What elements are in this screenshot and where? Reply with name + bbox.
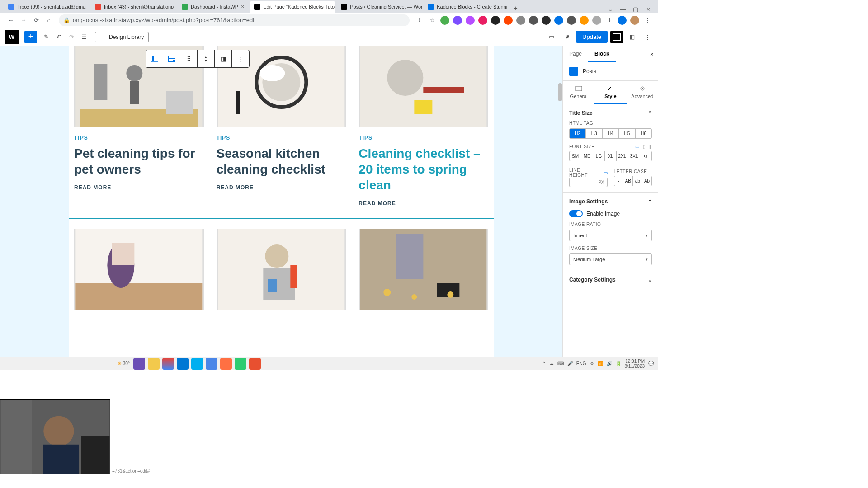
parent-block-icon[interactable]: [146, 50, 163, 67]
extension-icon[interactable]: [542, 16, 551, 25]
app-icon[interactable]: [235, 358, 246, 370]
star-icon[interactable]: ☆: [428, 16, 437, 25]
clock[interactable]: 12:01 PM 8/11/2023: [625, 359, 645, 369]
close-sidebar-icon[interactable]: ×: [646, 46, 658, 62]
kebab-icon[interactable]: ⋮: [643, 16, 652, 25]
subtab-advanced[interactable]: Advanced: [627, 81, 658, 104]
post-card[interactable]: [74, 229, 204, 310]
extension-icon[interactable]: [491, 16, 500, 25]
tray-icon[interactable]: 🎤: [567, 361, 573, 366]
html-tag-option[interactable]: H2: [570, 129, 586, 138]
maximize-icon[interactable]: ▢: [629, 6, 642, 13]
preview-icon[interactable]: ⬈: [561, 31, 573, 43]
image-ratio-select[interactable]: Inherit▾: [569, 230, 652, 241]
browser-tab[interactable]: Kadence Blocks - Create Stunni×: [423, 1, 509, 13]
update-button[interactable]: Update: [576, 31, 608, 43]
image-size-select[interactable]: Medium Large▾: [569, 253, 652, 265]
app-icon[interactable]: [249, 358, 261, 370]
redo-icon[interactable]: ↷: [65, 31, 78, 43]
battery-icon[interactable]: 🔋: [616, 361, 621, 366]
move-handle-icon[interactable]: ⠿: [180, 50, 198, 67]
undo-icon[interactable]: ↶: [52, 31, 65, 43]
close-window-icon[interactable]: ×: [642, 6, 655, 13]
enable-image-toggle[interactable]: [569, 210, 583, 217]
url-field[interactable]: 🔒 ong-locust-xixa.instawp.xyz/wp-admin/p…: [59, 14, 410, 26]
app-icon[interactable]: [191, 358, 203, 370]
post-card[interactable]: TIPS Pet cleaning tips for pet owners RE…: [74, 46, 204, 206]
app-icon[interactable]: [206, 358, 217, 370]
desktop-icon[interactable]: ▭: [604, 170, 608, 175]
kadence-icon[interactable]: ◧: [626, 31, 638, 43]
post-card[interactable]: TIPS Seasonal kitchen cleaning checklist…: [217, 46, 346, 206]
volume-icon[interactable]: 🔊: [607, 361, 612, 366]
font-size-option[interactable]: 3XL: [628, 151, 640, 161]
app-icon[interactable]: [133, 358, 145, 370]
view-icon[interactable]: ▭: [545, 31, 558, 43]
app-icon[interactable]: [148, 358, 160, 370]
wordpress-logo[interactable]: W: [5, 30, 19, 44]
html-tag-option[interactable]: H5: [619, 129, 635, 138]
font-size-option[interactable]: LG: [593, 151, 605, 161]
font-size-option[interactable]: XL: [605, 151, 617, 161]
post-card[interactable]: TIPS Cleaning checklist – 20 items to sp…: [359, 46, 488, 206]
letter-case-option[interactable]: AB: [623, 176, 633, 186]
browser-tab[interactable]: Edit Page "Kadence Blocks Tuto×: [250, 1, 335, 13]
app-icon[interactable]: [220, 358, 232, 370]
extension-icon[interactable]: [529, 16, 538, 25]
close-icon[interactable]: ×: [241, 4, 244, 10]
font-size-option[interactable]: 2XL: [617, 151, 628, 161]
extension-icon[interactable]: [453, 16, 462, 25]
tablet-icon[interactable]: ▯: [643, 144, 646, 149]
tab-block[interactable]: Block: [588, 46, 616, 62]
letter-case-option[interactable]: -: [614, 176, 624, 186]
extension-icon[interactable]: [516, 16, 525, 25]
scrollbar-thumb[interactable]: [558, 83, 562, 101]
move-up-down-icon[interactable]: ▴▾: [198, 50, 215, 67]
line-height-input[interactable]: PX: [569, 178, 608, 187]
extension-icon[interactable]: [478, 16, 487, 25]
read-more-link[interactable]: READ MORE: [359, 200, 488, 206]
share-icon[interactable]: ⇪: [415, 16, 424, 25]
subtab-general[interactable]: General: [563, 81, 594, 104]
extension-icon[interactable]: [504, 16, 513, 25]
post-card[interactable]: [217, 229, 346, 310]
post-category[interactable]: TIPS: [217, 135, 346, 141]
extension-icon[interactable]: [440, 16, 449, 25]
tools-icon[interactable]: ✎: [40, 31, 52, 43]
browser-tab[interactable]: Posts ‹ Cleaning Service. — Wor×: [336, 1, 422, 13]
reload-icon[interactable]: ⟳: [32, 16, 41, 25]
block-type-icon[interactable]: [163, 50, 180, 67]
panel-header[interactable]: Category Settings⌄: [569, 277, 652, 283]
extension-icon[interactable]: [466, 16, 475, 25]
extension-icon[interactable]: [618, 16, 627, 25]
wifi-icon[interactable]: 📶: [598, 361, 603, 366]
avatar[interactable]: [630, 16, 639, 25]
extension-icon[interactable]: [580, 16, 589, 25]
post-title[interactable]: Pet cleaning tips for pet owners: [74, 145, 204, 177]
tray-icon[interactable]: ⌨: [557, 361, 564, 366]
app-icon[interactable]: [177, 358, 189, 370]
post-category[interactable]: TIPS: [74, 135, 204, 141]
language-indicator[interactable]: ENG: [576, 361, 586, 366]
letter-case-option[interactable]: Ab: [642, 176, 651, 186]
weather-widget[interactable]: ☀ 30°: [118, 361, 130, 366]
options-icon[interactable]: ⋮: [641, 31, 654, 43]
desktop-icon[interactable]: ▭: [635, 144, 639, 149]
subtab-style[interactable]: Style: [594, 81, 626, 104]
letter-case-option[interactable]: ab: [633, 176, 642, 186]
back-icon[interactable]: ←: [6, 16, 15, 25]
mobile-icon[interactable]: ▮: [649, 144, 652, 149]
tray-icon[interactable]: ⚙: [590, 361, 594, 366]
download-icon[interactable]: ⤓: [605, 16, 614, 25]
browser-tab[interactable]: Dashboard - InstaWP×: [177, 1, 249, 13]
html-tag-option[interactable]: H4: [603, 129, 619, 138]
extension-icon[interactable]: [567, 16, 576, 25]
forward-icon[interactable]: →: [19, 16, 28, 25]
editor-canvas[interactable]: ⠿ ▴▾ ◨ ⋮ TIPS Pet cleaning tips for pet …: [0, 46, 562, 357]
font-size-option[interactable]: MD: [581, 151, 593, 161]
post-card[interactable]: [359, 229, 488, 310]
notifications-icon[interactable]: 💬: [648, 361, 654, 366]
post-title[interactable]: Cleaning checklist – 20 items to spring …: [359, 145, 488, 193]
add-block-button[interactable]: +: [24, 31, 37, 43]
puzzle-icon[interactable]: [592, 16, 601, 25]
